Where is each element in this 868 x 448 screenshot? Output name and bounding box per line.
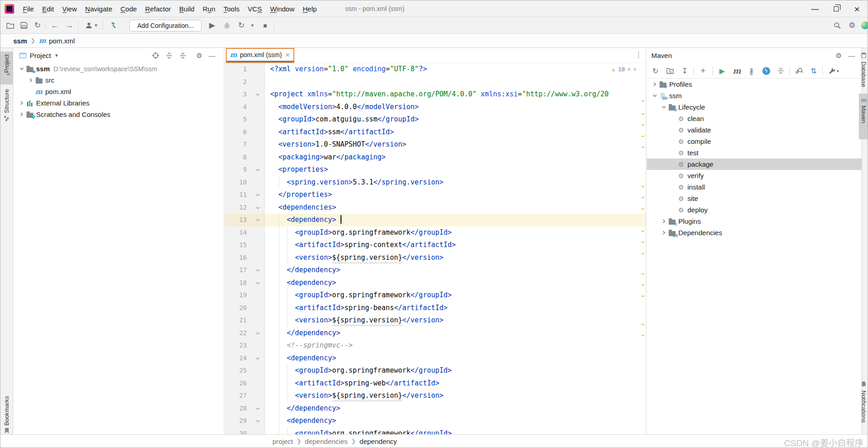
warning-stripe-mark[interactable] xyxy=(641,295,644,297)
locate-icon[interactable] xyxy=(150,48,161,63)
code-line-11[interactable]: 11 </properties> xyxy=(225,189,646,201)
close-icon[interactable]: ✕ xyxy=(285,52,290,58)
code-line-13[interactable]: 13 <dependency> xyxy=(225,214,646,227)
maven-item-lifecycle[interactable]: ⚙Lifecycle xyxy=(647,101,863,113)
code-line-7[interactable]: 7 <version>1.0-SNAPSHOT</version> xyxy=(225,138,646,151)
coverage-icon[interactable]: ↻ xyxy=(235,17,247,33)
warning-stripe-mark[interactable] xyxy=(641,186,644,187)
dropdown-icon[interactable]: ▾ xyxy=(93,17,99,33)
prev-warning-icon[interactable]: ∧ xyxy=(627,66,631,72)
tool-window-tab-structure[interactable]: Structure xyxy=(0,86,13,134)
menu-build[interactable]: Build xyxy=(175,0,198,17)
back-icon[interactable]: ← xyxy=(49,17,61,33)
sync-icon[interactable]: ↻ xyxy=(650,63,661,79)
maven-item-site[interactable]: ⚙site xyxy=(647,193,863,204)
fold-marker[interactable] xyxy=(251,427,265,435)
code-line-8[interactable]: 8 <packaging>war</packaging> xyxy=(225,151,646,164)
skip-tests-icon[interactable]: ∦ xyxy=(746,63,757,79)
menu-refactor[interactable]: Refactor xyxy=(141,0,175,17)
maven-item-deploy[interactable]: ⚙deploy xyxy=(647,204,863,216)
tool-window-tab-database[interactable]: Database xyxy=(859,50,868,90)
offline-icon[interactable]: ϟ xyxy=(760,63,772,79)
search-icon[interactable] xyxy=(831,17,843,33)
tool-window-tab-bookmarks[interactable]: Bookmarks xyxy=(0,393,13,434)
chevron-down-icon[interactable]: ▼ xyxy=(54,53,59,58)
project-item-external-libraries[interactable]: External Libraries xyxy=(14,97,224,109)
maven-item-compile[interactable]: ⚙compile xyxy=(647,136,863,147)
code-line-21[interactable]: 21 <version>${spring.version}</version> xyxy=(225,314,646,327)
add-configuration-button[interactable]: Add Configuration... xyxy=(129,20,202,32)
maven-item-profiles[interactable]: ✓Profiles xyxy=(647,79,863,90)
menu-file[interactable]: File xyxy=(19,0,38,17)
menu-vcs[interactable]: VCS xyxy=(244,0,266,17)
expand-all-icon[interactable] xyxy=(164,48,175,63)
menu-code[interactable]: Code xyxy=(117,0,141,17)
fold-marker[interactable] xyxy=(251,63,265,76)
chevron-right-icon[interactable] xyxy=(650,82,659,87)
tool-window-tab-project[interactable]: Project xyxy=(0,52,13,84)
maven-item-verify[interactable]: ⚙verify xyxy=(647,170,863,181)
fold-marker[interactable] xyxy=(251,327,265,340)
code-line-24[interactable]: 24 <dependency> xyxy=(225,352,646,365)
fold-marker[interactable] xyxy=(251,289,265,302)
chevron-down-icon[interactable] xyxy=(650,93,659,98)
hide-icon[interactable]: — xyxy=(207,48,218,63)
breadcrumb-project[interactable]: ssm xyxy=(13,37,27,45)
maven-item-clean[interactable]: ⚙clean xyxy=(647,113,863,124)
debug-icon[interactable] xyxy=(221,17,233,33)
save-icon[interactable] xyxy=(18,17,30,33)
fold-marker[interactable] xyxy=(251,101,265,114)
run-icon[interactable]: ▶ xyxy=(716,63,728,79)
fold-marker[interactable] xyxy=(251,151,265,164)
fold-marker[interactable] xyxy=(251,339,265,352)
fold-marker[interactable] xyxy=(251,390,265,402)
fold-marker[interactable] xyxy=(251,214,265,227)
fold-marker[interactable] xyxy=(251,252,265,264)
restore-button[interactable] xyxy=(825,0,847,17)
chevron-right-icon[interactable] xyxy=(660,219,668,224)
warning-stripe-mark[interactable] xyxy=(641,335,644,336)
code-line-22[interactable]: 22 </dependency> xyxy=(225,327,646,340)
code-line-18[interactable]: 18 <dependency> xyxy=(225,277,646,290)
forward-icon[interactable]: → xyxy=(64,17,75,33)
fold-marker[interactable] xyxy=(251,314,265,327)
fold-marker[interactable] xyxy=(251,415,265,427)
xml-breadcrumb-dependencies[interactable]: dependencies xyxy=(305,437,347,445)
maven-item-validate[interactable]: ⚙validate xyxy=(647,124,863,136)
project-item-scratches-and-consoles[interactable]: Scratches and Consoles xyxy=(14,109,224,120)
code-line-10[interactable]: 10 <spring.version>5.3.1</spring.version… xyxy=(225,176,646,189)
maven-item-dependencies[interactable]: Dependencies xyxy=(647,227,863,238)
code-line-25[interactable]: 25 <groupId>org.springframework</groupId… xyxy=(225,364,646,377)
code-line-28[interactable]: 28 </dependency> xyxy=(225,402,646,415)
code-line-17[interactable]: 17 </dependency> xyxy=(225,264,646,277)
more-options-icon[interactable]: ⋮ xyxy=(635,50,642,59)
tool-window-tab-maven[interactable]: mMaven xyxy=(859,94,868,139)
code-line-26[interactable]: 26 <artifactId>spring-web</artifactId> xyxy=(225,377,646,390)
close-button[interactable]: × xyxy=(847,0,868,17)
fold-marker[interactable] xyxy=(251,126,265,139)
menu-view[interactable]: View xyxy=(58,0,81,17)
fold-marker[interactable] xyxy=(251,364,265,377)
fold-marker[interactable] xyxy=(251,377,265,390)
xml-breadcrumb-dependency[interactable]: dependency xyxy=(360,437,397,445)
download-sources-icon[interactable]: ↧ xyxy=(679,63,691,79)
warning-stripe-mark[interactable] xyxy=(641,113,644,115)
collapse-all-icon[interactable] xyxy=(775,63,787,79)
reimport-icon[interactable]: ↻ xyxy=(664,63,676,79)
code-line-29[interactable]: 29 <dependency> xyxy=(225,415,646,427)
project-item-pom-xml[interactable]: mpom.xml xyxy=(14,86,224,97)
warning-stripe-mark[interactable] xyxy=(641,147,644,148)
warning-stripe-mark[interactable] xyxy=(641,285,644,286)
inspections-widget[interactable]: ▲ 18 ∧ ∨ xyxy=(611,66,637,73)
maven-item-package[interactable]: ⚙package xyxy=(647,158,863,170)
warning-stripe-mark[interactable] xyxy=(641,100,644,102)
menu-window[interactable]: Window xyxy=(266,0,298,17)
search-profiles-icon[interactable] xyxy=(793,63,805,79)
maven-item-install[interactable]: ⚙install xyxy=(647,181,863,193)
menu-help[interactable]: Help xyxy=(298,0,321,17)
warning-stripe-mark[interactable] xyxy=(641,124,644,126)
run-dropdown-icon[interactable]: ▾ xyxy=(249,17,256,33)
warning-stripe-mark[interactable] xyxy=(641,242,644,243)
fold-marker[interactable] xyxy=(251,352,265,365)
code-line-9[interactable]: 9 <properties> xyxy=(225,163,646,176)
